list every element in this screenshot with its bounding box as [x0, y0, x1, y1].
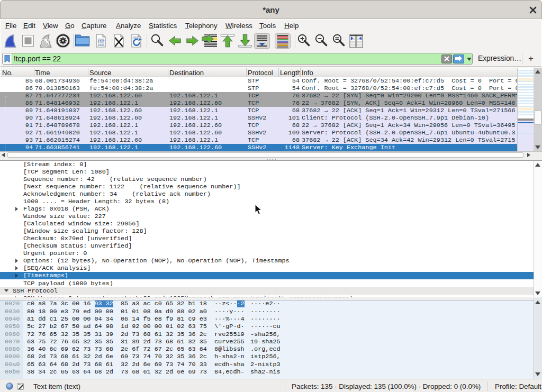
- svg-text:0101: 0101: [98, 44, 105, 47]
